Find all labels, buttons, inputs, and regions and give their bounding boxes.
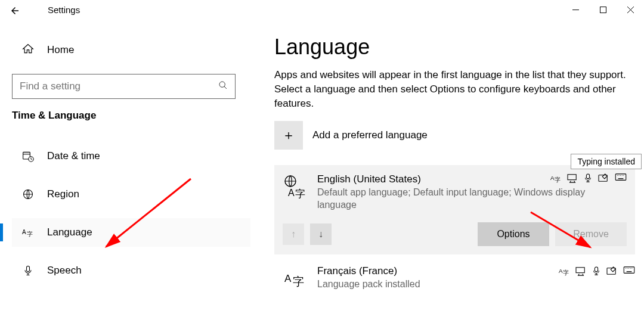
svg-text:A: A (559, 268, 563, 274)
svg-rect-23 (615, 174, 626, 181)
capability-icons: A字 (559, 266, 635, 276)
sidebar-item-label: Language (47, 226, 92, 238)
svg-text:字: 字 (555, 177, 561, 184)
arrow-up-icon: ↑ (291, 229, 296, 240)
maximize-button[interactable] (589, 0, 617, 19)
window-title: Settings (48, 5, 80, 15)
svg-rect-37 (624, 267, 634, 274)
capability-icons: A字 (550, 173, 627, 183)
svg-rect-20 (568, 175, 576, 180)
sidebar-item-label: Date & time (47, 150, 100, 162)
globe-icon (22, 188, 34, 200)
display-icon (567, 173, 578, 183)
arrow-down-icon: ↓ (318, 229, 323, 240)
close-icon (627, 7, 634, 13)
sidebar-item-date-time[interactable]: Date & time (12, 142, 250, 170)
handwriting-icon (606, 266, 617, 276)
back-button[interactable] (0, 0, 30, 21)
language-subtitle: Language pack installed (317, 278, 635, 291)
sidebar-item-home[interactable]: Home (12, 36, 250, 64)
sidebar-item-language[interactable]: A字 Language (12, 218, 250, 247)
titlebar: Settings (0, 0, 644, 21)
svg-text:字: 字 (293, 275, 304, 288)
svg-point-4 (219, 82, 225, 87)
page-description: Apps and websites will appear in the fir… (274, 68, 626, 110)
language-glyph-icon: A字 (283, 266, 308, 291)
search-input[interactable] (12, 74, 236, 99)
move-down-button[interactable]: ↓ (310, 223, 332, 245)
sidebar-item-label: Region (47, 188, 79, 200)
svg-line-5 (224, 86, 227, 89)
textsuggestion-icon: A字 (550, 173, 561, 183)
plus-icon: ＋ (282, 126, 295, 144)
svg-text:A: A (22, 229, 26, 235)
maximize-icon (600, 7, 606, 13)
add-button[interactable]: ＋ (274, 121, 303, 150)
sidebar: Home Time & Language Date & time Region … (12, 36, 250, 294)
svg-text:字: 字 (27, 231, 33, 237)
svg-rect-21 (586, 174, 589, 179)
textsuggestion-icon: A字 (559, 266, 569, 276)
language-subtitle: Default app language; Default input lang… (317, 187, 627, 212)
sidebar-item-region[interactable]: Region (12, 180, 250, 209)
minimize-icon (572, 7, 579, 13)
speech-icon (584, 173, 592, 183)
svg-rect-14 (27, 266, 30, 272)
add-language-label: Add a preferred language (312, 129, 428, 141)
home-icon (22, 43, 34, 58)
language-icon: A字 (22, 226, 34, 238)
svg-text:字: 字 (295, 188, 305, 198)
language-card-french[interactable]: A字 Français (France) Language pack insta… (274, 265, 635, 291)
svg-text:A: A (288, 188, 295, 198)
add-language-row[interactable]: ＋ Add a preferred language (274, 121, 632, 150)
microphone-icon (22, 265, 34, 277)
window-controls (562, 0, 644, 19)
options-button[interactable]: Options (478, 222, 549, 246)
svg-rect-35 (595, 267, 597, 272)
sidebar-item-label: Speech (47, 265, 82, 277)
language-card-english[interactable]: A字 English (United States) Default app l… (274, 165, 635, 254)
minimize-button[interactable] (562, 0, 589, 19)
sidebar-item-speech[interactable]: Speech (12, 256, 250, 285)
close-button[interactable] (617, 0, 644, 19)
svg-rect-34 (576, 268, 584, 273)
handwriting-icon (598, 173, 609, 183)
speech-icon (592, 266, 600, 276)
move-up-button[interactable]: ↑ (283, 223, 304, 245)
tooltip-typing-installed: Typing installed (571, 154, 642, 169)
keyboard-icon (615, 173, 627, 183)
svg-rect-1 (600, 7, 606, 13)
search-icon (218, 80, 228, 92)
search-field[interactable] (20, 80, 218, 92)
svg-text:A: A (550, 175, 555, 181)
calendar-clock-icon (22, 150, 34, 162)
back-arrow-icon (10, 5, 20, 16)
keyboard-icon (623, 266, 635, 276)
sidebar-item-label: Home (47, 44, 74, 56)
display-icon (575, 266, 586, 276)
page-title: Language (274, 35, 632, 60)
svg-text:A: A (284, 273, 292, 284)
remove-button[interactable]: Remove (555, 222, 627, 246)
nav-group-title: Time & Language (12, 110, 250, 122)
language-glyph-icon: A字 (283, 175, 308, 200)
svg-text:字: 字 (563, 269, 569, 276)
